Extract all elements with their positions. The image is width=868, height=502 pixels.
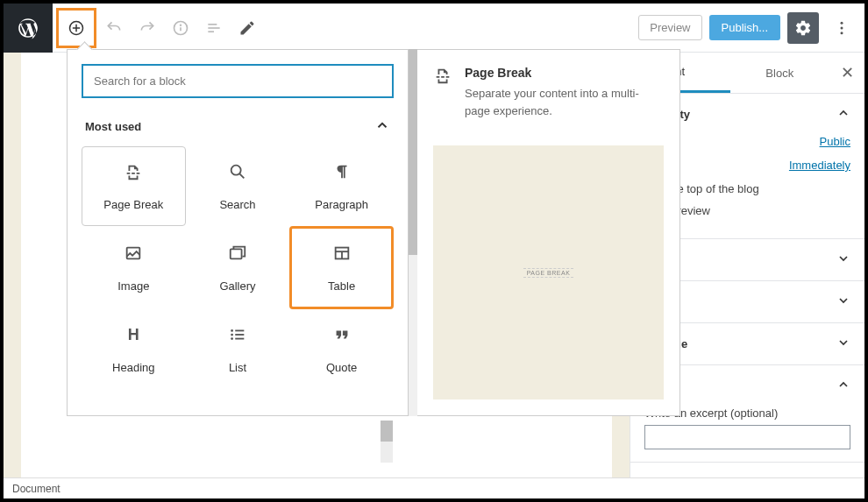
block-list[interactable]: List	[186, 309, 290, 389]
svg-point-5	[181, 25, 181, 25]
heading-icon: H	[123, 324, 144, 345]
svg-point-19	[231, 329, 233, 332]
most-used-header[interactable]: Most used	[82, 117, 394, 136]
preview-description: Separate your content into a multi-page …	[465, 85, 664, 119]
paragraph-icon	[331, 161, 352, 182]
table-icon	[331, 243, 352, 264]
settings-button[interactable]	[787, 12, 819, 44]
block-paragraph[interactable]: Paragraph	[289, 146, 394, 226]
svg-point-21	[231, 334, 233, 336]
preview-button[interactable]: Preview	[638, 15, 701, 40]
search-icon	[227, 161, 248, 182]
add-block-highlight	[56, 8, 96, 48]
block-page-break[interactable]: Page Break	[82, 146, 186, 226]
chevron-down-icon	[836, 336, 850, 352]
more-menu-button[interactable]	[826, 12, 857, 44]
tab-block[interactable]: Block	[730, 54, 830, 92]
status-bar: Document	[4, 477, 864, 498]
chevron-down-icon	[836, 293, 850, 310]
chevron-up-icon	[836, 378, 850, 394]
section-title: Most used	[85, 120, 141, 133]
inserter-scrollbar[interactable]	[409, 49, 417, 416]
gallery-icon	[227, 243, 248, 264]
svg-point-23	[231, 337, 233, 340]
block-gallery[interactable]: Gallery	[186, 226, 290, 309]
preview-canvas: PAGE BREAK	[433, 145, 664, 399]
redo-button[interactable]	[132, 12, 163, 44]
chevron-down-icon	[836, 251, 850, 268]
svg-rect-20	[235, 330, 244, 332]
block-quote[interactable]: Quote	[289, 309, 394, 389]
block-inserter-popover: Most used Page Break Search	[67, 49, 680, 416]
block-label: List	[229, 361, 246, 374]
excerpt-input[interactable]	[644, 425, 850, 449]
block-image[interactable]: Image	[82, 226, 186, 309]
block-label: Quote	[326, 361, 357, 374]
svg-line-13	[239, 173, 244, 178]
svg-point-12	[231, 166, 241, 175]
svg-rect-22	[235, 334, 244, 336]
toolbar-right: Preview Publish...	[638, 12, 857, 44]
svg-rect-7	[208, 27, 219, 29]
list-icon	[227, 324, 248, 345]
add-block-button[interactable]	[60, 12, 92, 44]
chevron-up-icon	[374, 117, 390, 136]
svg-point-9	[841, 21, 843, 24]
page-break-icon	[123, 161, 144, 182]
toolbar-left	[56, 8, 263, 48]
close-icon[interactable]: ✕	[829, 63, 864, 82]
outline-button[interactable]	[198, 12, 230, 44]
info-button[interactable]	[165, 12, 196, 44]
svg-rect-6	[208, 24, 217, 25]
svg-rect-8	[208, 31, 214, 32]
block-label: Image	[117, 279, 149, 293]
search-input[interactable]	[82, 64, 394, 98]
svg-point-10	[841, 26, 843, 29]
image-icon	[123, 243, 144, 264]
svg-point-11	[841, 32, 843, 34]
page-break-icon	[433, 66, 452, 119]
top-bar: Preview Publish...	[4, 4, 864, 53]
quote-icon	[331, 324, 352, 345]
wp-logo[interactable]	[4, 4, 53, 53]
block-preview-panel: Page Break Separate your content into a …	[417, 49, 680, 416]
block-label: Gallery	[219, 279, 255, 293]
chevron-up-icon	[836, 106, 850, 123]
undo-button[interactable]	[98, 12, 130, 44]
publish-button[interactable]: Publish...	[709, 15, 780, 40]
block-heading[interactable]: H Heading	[82, 309, 186, 389]
block-label: Page Break	[103, 198, 163, 211]
block-label: Search	[219, 198, 255, 211]
block-search[interactable]: Search	[186, 146, 290, 226]
editor-canvas[interactable]: Most used Page Break Search	[4, 53, 630, 477]
block-label: Table	[328, 279, 355, 293]
svg-rect-24	[235, 338, 244, 340]
preview-title: Page Break	[465, 66, 664, 80]
block-table[interactable]: Table	[289, 226, 394, 309]
block-label: Heading	[112, 361, 154, 374]
edit-button[interactable]	[231, 12, 263, 44]
status-document: Document	[12, 483, 60, 495]
svg-rect-15	[231, 249, 242, 258]
block-label: Paragraph	[315, 198, 368, 211]
page-break-sample: PAGE BREAK	[523, 268, 574, 278]
